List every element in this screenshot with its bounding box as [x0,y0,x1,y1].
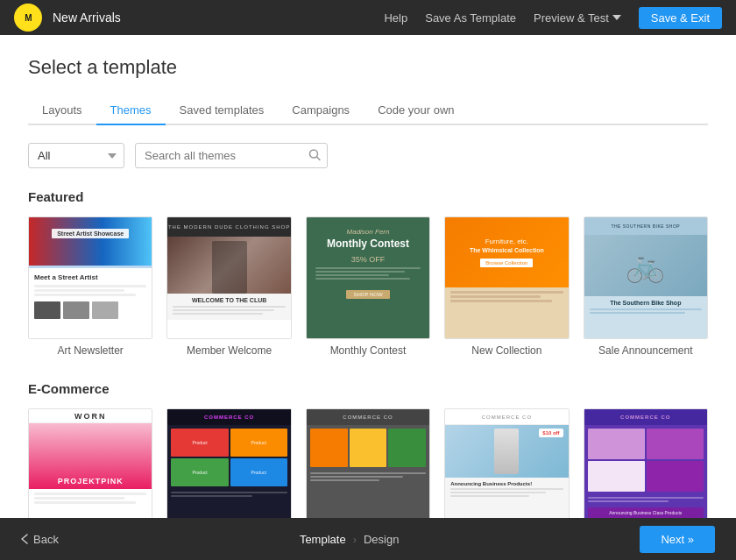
tab-layouts[interactable]: Layouts [28,96,96,125]
featured-template-grid: Street Artist Showcase Meet a Street Art… [28,216,708,357]
template-label-member-welcome: Member Welcome [166,344,291,357]
tab-code-your-own[interactable]: Code your own [364,96,468,125]
breadcrumb-template: Template [300,533,346,546]
topnav-right: Help Save As Template Preview & Test Sav… [384,7,722,29]
preview-test-button[interactable]: Preview & Test [534,11,621,25]
template-card-sale-announcement[interactable]: THE SOUTHERN BIKE SHOP 🚲 The Southern Bi… [584,216,708,357]
template-label-new-collection: New Collection [444,344,569,357]
template-thumb-monthly-contest: Madison Fern Monthly Contest 35% OFF SHO… [306,216,430,339]
template-label-sale-announcement: Sale Announcement [584,344,708,357]
help-link[interactable]: Help [384,11,407,25]
template-label-art-newsletter: Art Newsletter [28,344,152,357]
search-icon[interactable] [308,148,321,163]
tab-bar: Layouts Themes Saved templates Campaigns… [28,96,708,125]
mailchimp-logo-icon: M [19,9,37,26]
topnav-left: M New Arrivals [14,4,121,32]
mailchimp-logo[interactable]: M [14,4,42,32]
page-title: Select a template [28,56,708,79]
template-card-monthly-contest[interactable]: Madison Fern Monthly Contest 35% OFF SHO… [306,216,430,357]
template-thumb-new-collection: Furniture, etc. The Whimsical Collection… [444,216,569,339]
category-select[interactable]: All [28,143,124,168]
top-navigation: M New Arrivals Help Save As Template Pre… [0,0,736,35]
bottom-bar: Back Template › Design Next » [0,518,736,560]
search-input[interactable] [135,143,328,168]
tab-themes[interactable]: Themes [96,96,166,125]
back-arrow-icon [21,534,28,544]
featured-section-title: Featured [28,189,708,204]
chevron-down-icon [612,15,621,20]
next-button[interactable]: Next » [640,526,715,553]
svg-text:M: M [25,13,32,23]
save-exit-button[interactable]: Save & Exit [639,7,722,29]
template-thumb-member-welcome: THE MODERN DUDE CLOTHING SHOP WELCOME TO… [166,216,291,339]
template-label-monthly-contest: Monthly Contest [306,344,430,357]
template-card-member-welcome[interactable]: THE MODERN DUDE CLOTHING SHOP WELCOME TO… [166,216,291,357]
campaign-title: New Arrivals [53,11,121,25]
category-filter-wrapper: All [28,143,124,168]
tab-campaigns[interactable]: Campaigns [278,96,364,125]
breadcrumb-design: Design [364,533,399,546]
template-thumb-boutique: WORN PROJEKTPINK [28,408,152,531]
template-thumb-color-box: COMMERCE CO Product Product Product [166,408,291,531]
save-as-template-link[interactable]: Save As Template [425,11,516,25]
svg-line-3 [317,157,321,160]
breadcrumb-separator: › [353,533,357,546]
template-thumb-contrast: COMMERCE CO [306,408,430,531]
template-card-art-newsletter[interactable]: Street Artist Showcase Meet a Street Art… [28,216,152,357]
template-thumb-art-newsletter: Street Artist Showcase Meet a Street Art… [28,216,152,339]
ecommerce-section-title: E-Commerce [28,381,708,396]
tab-saved-templates[interactable]: Saved templates [166,96,279,125]
template-thumb-sale-announcement: THE SOUTHERN BIKE SHOP 🚲 The Southern Bi… [584,216,708,339]
search-wrapper [135,143,328,168]
back-button[interactable]: Back [21,533,59,546]
filters-row: All [28,143,708,168]
main-page: Select a template Layouts Themes Saved t… [0,35,736,560]
template-thumb-flyer: COMMERCE CO Announcing Business Class Pr… [584,408,708,531]
template-thumb-cutout: COMMERCE CO $10 off Announcing Business … [444,408,569,531]
template-card-new-collection[interactable]: Furniture, etc. The Whimsical Collection… [444,216,569,357]
breadcrumb: Template › Design [300,533,400,546]
